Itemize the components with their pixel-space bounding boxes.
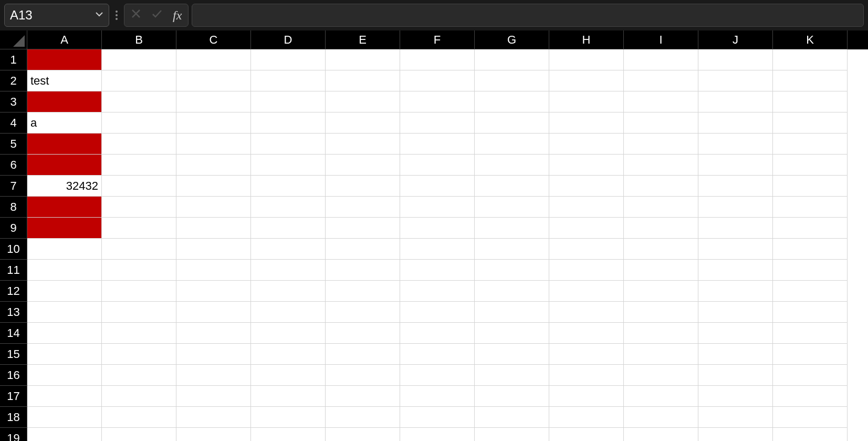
cell-C7[interactable]: [176, 176, 251, 197]
select-all-button[interactable]: [0, 30, 27, 49]
column-header-I[interactable]: I: [624, 30, 698, 49]
cell-C8[interactable]: [176, 197, 251, 218]
cell-J16[interactable]: [698, 365, 773, 386]
cell-D12[interactable]: [251, 281, 326, 302]
cell-K12[interactable]: [773, 281, 848, 302]
cell-C17[interactable]: [176, 386, 251, 407]
row-header-16[interactable]: 16: [0, 365, 27, 386]
cell-K16[interactable]: [773, 365, 848, 386]
cell-C4[interactable]: [176, 112, 251, 134]
cell-H5[interactable]: [549, 134, 624, 155]
column-header-G[interactable]: G: [475, 30, 549, 49]
cell-F15[interactable]: [400, 344, 475, 365]
cell-F14[interactable]: [400, 323, 475, 344]
cell-G4[interactable]: [475, 112, 549, 134]
cell-H8[interactable]: [549, 197, 624, 218]
cell-F5[interactable]: [400, 134, 475, 155]
cell-F3[interactable]: [400, 91, 475, 112]
cell-A4[interactable]: a: [27, 112, 102, 134]
cell-D15[interactable]: [251, 344, 326, 365]
cell-D13[interactable]: [251, 302, 326, 323]
cell-I7[interactable]: [624, 176, 698, 197]
cell-F4[interactable]: [400, 112, 475, 134]
cell-H3[interactable]: [549, 91, 624, 112]
cell-A18[interactable]: [27, 407, 102, 428]
cell-B11[interactable]: [102, 260, 176, 281]
cell-E4[interactable]: [326, 112, 400, 134]
cell-F6[interactable]: [400, 155, 475, 176]
cell-G18[interactable]: [475, 407, 549, 428]
cell-G19[interactable]: [475, 428, 549, 441]
cell-E15[interactable]: [326, 344, 400, 365]
cell-G13[interactable]: [475, 302, 549, 323]
cell-D1[interactable]: [251, 49, 326, 70]
cell-I10[interactable]: [624, 239, 698, 260]
column-header-K[interactable]: K: [773, 30, 848, 49]
cell-K19[interactable]: [773, 428, 848, 441]
cells-area[interactable]: testa32432: [27, 49, 868, 441]
cell-H4[interactable]: [549, 112, 624, 134]
cell-F1[interactable]: [400, 49, 475, 70]
row-header-2[interactable]: 2: [0, 70, 27, 91]
cell-D17[interactable]: [251, 386, 326, 407]
cell-B16[interactable]: [102, 365, 176, 386]
cell-E19[interactable]: [326, 428, 400, 441]
cell-K2[interactable]: [773, 70, 848, 91]
cell-K9[interactable]: [773, 218, 848, 239]
cell-B14[interactable]: [102, 323, 176, 344]
cell-F11[interactable]: [400, 260, 475, 281]
cell-C3[interactable]: [176, 91, 251, 112]
cell-F10[interactable]: [400, 239, 475, 260]
cell-E6[interactable]: [326, 155, 400, 176]
cell-K8[interactable]: [773, 197, 848, 218]
cell-C10[interactable]: [176, 239, 251, 260]
cell-A11[interactable]: [27, 260, 102, 281]
cell-J13[interactable]: [698, 302, 773, 323]
cell-B6[interactable]: [102, 155, 176, 176]
cell-J7[interactable]: [698, 176, 773, 197]
row-header-18[interactable]: 18: [0, 407, 27, 428]
row-header-17[interactable]: 17: [0, 386, 27, 407]
cell-A14[interactable]: [27, 323, 102, 344]
cell-I4[interactable]: [624, 112, 698, 134]
cell-G9[interactable]: [475, 218, 549, 239]
cell-C16[interactable]: [176, 365, 251, 386]
cell-C6[interactable]: [176, 155, 251, 176]
cell-B5[interactable]: [102, 134, 176, 155]
cell-E7[interactable]: [326, 176, 400, 197]
cell-B8[interactable]: [102, 197, 176, 218]
cell-K10[interactable]: [773, 239, 848, 260]
cell-D5[interactable]: [251, 134, 326, 155]
cell-D8[interactable]: [251, 197, 326, 218]
cell-C9[interactable]: [176, 218, 251, 239]
cell-F8[interactable]: [400, 197, 475, 218]
cell-I15[interactable]: [624, 344, 698, 365]
cell-G12[interactable]: [475, 281, 549, 302]
cell-D10[interactable]: [251, 239, 326, 260]
cell-B10[interactable]: [102, 239, 176, 260]
cell-G7[interactable]: [475, 176, 549, 197]
cell-B18[interactable]: [102, 407, 176, 428]
cell-I3[interactable]: [624, 91, 698, 112]
cell-A19[interactable]: [27, 428, 102, 441]
cell-H6[interactable]: [549, 155, 624, 176]
cell-A9[interactable]: [27, 218, 102, 239]
row-header-6[interactable]: 6: [0, 155, 27, 176]
cell-A8[interactable]: [27, 197, 102, 218]
cell-K18[interactable]: [773, 407, 848, 428]
cell-H19[interactable]: [549, 428, 624, 441]
drag-handle-icon[interactable]: [112, 11, 121, 20]
cell-I13[interactable]: [624, 302, 698, 323]
cell-I6[interactable]: [624, 155, 698, 176]
cell-J15[interactable]: [698, 344, 773, 365]
cell-I12[interactable]: [624, 281, 698, 302]
cell-A5[interactable]: [27, 134, 102, 155]
column-header-A[interactable]: A: [27, 30, 102, 49]
cell-H9[interactable]: [549, 218, 624, 239]
cell-B12[interactable]: [102, 281, 176, 302]
cell-H1[interactable]: [549, 49, 624, 70]
cell-B15[interactable]: [102, 344, 176, 365]
cell-D3[interactable]: [251, 91, 326, 112]
cell-D7[interactable]: [251, 176, 326, 197]
cell-F13[interactable]: [400, 302, 475, 323]
